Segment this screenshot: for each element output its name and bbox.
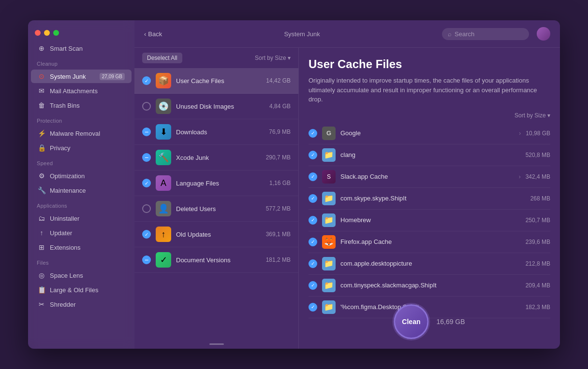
- sidebar-item-privacy[interactable]: 🔒 Privacy: [31, 141, 132, 155]
- sidebar-item-large-old-files[interactable]: 📋 Large & Old Files: [31, 283, 132, 297]
- item-size: 212,8 MB: [526, 260, 550, 267]
- sidebar-item-trash-bins[interactable]: 🗑 Trash Bins: [31, 99, 132, 112]
- item-name: Document Versions: [176, 256, 261, 264]
- sidebar-item-malware-removal[interactable]: ⚡ Malware Removal: [31, 127, 132, 140]
- item-icon: 🔨: [156, 150, 171, 165]
- deselect-all-button[interactable]: Deselect All: [142, 53, 182, 63]
- item-size: 239,6 MB: [526, 239, 550, 245]
- checkbox-checked[interactable]: ✓: [142, 76, 151, 85]
- item-name: com.tinyspeck.slackmacgap.ShipIt: [340, 282, 521, 289]
- sidebar-item-extensions[interactable]: ⊞ Extensions: [31, 241, 132, 254]
- checkbox-checked[interactable]: ✓: [309, 303, 317, 312]
- item-name: Google: [340, 129, 514, 137]
- checkbox-partial[interactable]: −: [142, 153, 151, 162]
- checkmark-icon: ✓: [311, 304, 315, 310]
- sidebar-item-optimization[interactable]: ⚙ Optimization: [31, 169, 132, 183]
- detail-sort-label: Sort by Size ▾: [309, 112, 550, 119]
- search-input[interactable]: [455, 30, 517, 38]
- checkbox-checked[interactable]: ✓: [309, 151, 317, 159]
- system-junk-icon: ⊙: [38, 72, 45, 80]
- list-item[interactable]: ✓ A Language Files 1,16 GB: [134, 170, 298, 196]
- item-name: Language Files: [176, 180, 265, 187]
- sidebar-item-shredder[interactable]: ✂ Shredder: [31, 298, 132, 311]
- sidebar-item-label: Mail Attachments: [50, 87, 98, 95]
- list-item[interactable]: 💿 Unused Disk Images 4,84 GB: [134, 94, 298, 119]
- detail-row[interactable]: ✓ 📁 com.skype.skype.ShipIt 268 MB: [309, 188, 550, 210]
- sidebar-item-system-junk[interactable]: ⊙ System Junk 27,09 GB: [31, 70, 132, 83]
- checkmark-icon: ✓: [145, 181, 148, 186]
- item-icon: 📁: [322, 192, 336, 205]
- clean-button[interactable]: Clean: [394, 304, 428, 339]
- checkbox-checked[interactable]: ✓: [309, 281, 317, 290]
- list-item[interactable]: 👤 Deleted Users 577,2 MB: [134, 196, 298, 222]
- sidebar-item-label: Large & Old Files: [50, 286, 98, 294]
- sidebar-item-mail-attachments[interactable]: ✉ Mail Attachments: [31, 84, 132, 98]
- large-files-icon: 📋: [38, 286, 45, 294]
- item-size: 342,4 MB: [526, 173, 550, 180]
- item-icon: ↑: [156, 227, 171, 242]
- list-item[interactable]: − ⬇ Downloads 76,9 MB: [134, 119, 298, 145]
- checkbox-checked[interactable]: ✓: [309, 259, 317, 268]
- section-protection-label: Protection: [28, 113, 134, 126]
- extensions-icon: ⊞: [38, 243, 45, 251]
- search-box[interactable]: ⌕: [442, 28, 529, 40]
- sidebar-item-updater[interactable]: ↑ Updater: [31, 226, 132, 240]
- checkbox-checked[interactable]: ✓: [142, 230, 151, 239]
- updater-icon: ↑: [38, 229, 45, 237]
- item-size: 14,42 GB: [266, 77, 291, 84]
- back-chevron-icon: ‹: [144, 30, 146, 38]
- privacy-icon: 🔒: [38, 144, 45, 152]
- item-size: 268 MB: [530, 195, 550, 202]
- detail-row[interactable]: ✓ 📁 com.tinyspeck.slackmacgap.ShipIt 209…: [309, 275, 550, 297]
- space-lens-icon: ◎: [38, 271, 45, 279]
- detail-row[interactable]: ✓ 📁 com.apple.desktoppicture 212,8 MB: [309, 253, 550, 275]
- checkbox-checked[interactable]: ✓: [309, 216, 317, 225]
- checkbox-checked[interactable]: ✓: [309, 194, 317, 203]
- item-icon: ⬇: [156, 124, 171, 140]
- chevron-right-icon: ›: [519, 130, 521, 137]
- sidebar-item-label: Updater: [50, 229, 72, 237]
- sidebar-item-maintenance[interactable]: 🔧 Maintenance: [31, 184, 132, 197]
- checkbox-checked[interactable]: ✓: [309, 238, 317, 246]
- checkbox-checked[interactable]: ✓: [142, 179, 151, 187]
- minimize-button[interactable]: [44, 30, 50, 36]
- sidebar-item-label: Maintenance: [50, 187, 86, 194]
- sidebar-item-space-lens[interactable]: ◎ Space Lens: [31, 269, 132, 282]
- item-name: Firefox.app Cache: [340, 238, 521, 245]
- back-button[interactable]: ‹ Back: [144, 30, 162, 38]
- item-size: 10,98 GB: [526, 130, 550, 137]
- item-name: Downloads: [176, 128, 264, 136]
- checkbox-unchecked[interactable]: [142, 102, 151, 111]
- list-item[interactable]: ✓ ↑ Old Updates 369,1 MB: [134, 222, 298, 247]
- sidebar-item-label: Trash Bins: [50, 102, 80, 109]
- checkbox-partial[interactable]: −: [142, 128, 151, 136]
- item-size: 1,16 GB: [269, 180, 291, 186]
- detail-row[interactable]: ✓ 📁 clang 520,8 MB: [309, 144, 550, 166]
- list-item[interactable]: − 🔨 Xcode Junk 290,7 MB: [134, 145, 298, 170]
- item-name: clang: [340, 151, 521, 158]
- maximize-button[interactable]: [53, 30, 59, 36]
- item-name: Homebrew: [340, 216, 521, 224]
- detail-row[interactable]: ✓ 🦊 Firefox.app Cache 239,6 MB: [309, 231, 550, 253]
- checkbox-checked[interactable]: ✓: [309, 129, 317, 138]
- sidebar-item-label: System Junk: [50, 73, 86, 80]
- window-controls: [28, 28, 134, 41]
- list-item[interactable]: ✓ 📦 User Cache Files 14,42 GB: [134, 68, 298, 94]
- item-size: 182,3 MB: [526, 304, 550, 311]
- item-icon: 💿: [156, 99, 171, 114]
- close-button[interactable]: [35, 30, 41, 36]
- item-name: User Cache Files: [176, 77, 261, 85]
- sidebar-item-label: Extensions: [50, 244, 81, 251]
- search-icon: ⌕: [448, 30, 452, 38]
- checkbox-unchecked[interactable]: [142, 204, 151, 213]
- list-item[interactable]: − ✓ Document Versions 181,2 MB: [134, 247, 298, 273]
- section-files-label: Files: [28, 255, 134, 268]
- checkbox-partial[interactable]: −: [142, 255, 151, 264]
- maintenance-icon: 🔧: [38, 186, 45, 194]
- detail-row[interactable]: ✓ 📁 Homebrew 250,7 MB: [309, 210, 550, 231]
- sidebar-item-smart-scan[interactable]: ⊕ Smart Scan: [31, 42, 132, 55]
- detail-row[interactable]: ✓ S Slack.app Cache › 342,4 MB: [309, 166, 550, 188]
- detail-row[interactable]: ✓ G Google › 10,98 GB: [309, 123, 550, 144]
- sidebar-item-uninstaller[interactable]: 🗂 Uninstaller: [31, 212, 132, 225]
- checkbox-checked[interactable]: ✓: [309, 172, 317, 181]
